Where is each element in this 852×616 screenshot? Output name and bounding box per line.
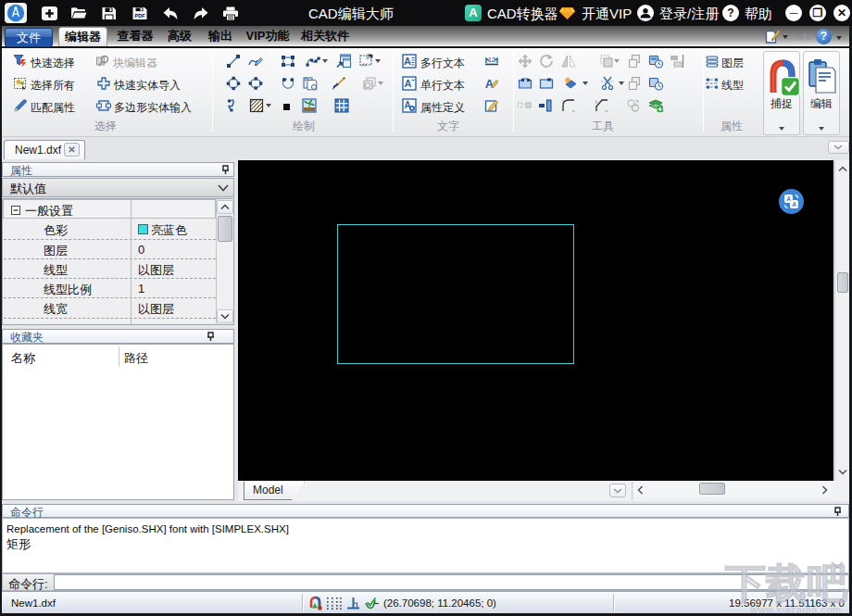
svg-text:PDF: PDF: [135, 13, 146, 19]
svg-text:A: A: [404, 56, 411, 67]
svg-text:A: A: [405, 78, 412, 89]
svg-text:A: A: [792, 201, 796, 207]
svg-text:12: 12: [488, 57, 495, 63]
svg-text:A: A: [786, 195, 791, 202]
